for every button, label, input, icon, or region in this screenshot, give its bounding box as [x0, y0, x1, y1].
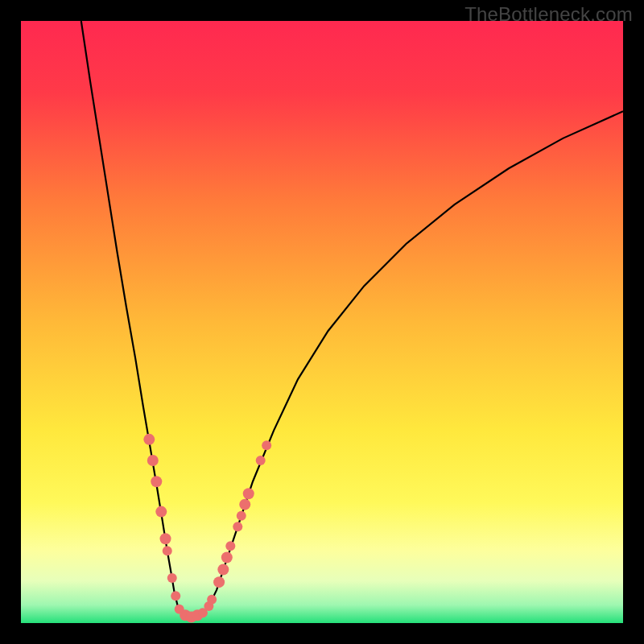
- marker-point: [171, 591, 180, 601]
- marker-point: [243, 488, 254, 499]
- chart-frame: TheBottleneck.com: [0, 0, 644, 644]
- marker-point: [213, 576, 225, 588]
- marker-point: [163, 546, 172, 555]
- marker-point: [262, 440, 271, 450]
- marker-point: [160, 533, 171, 544]
- bottleneck-curve: [81, 21, 623, 617]
- marker-point: [233, 522, 242, 531]
- marker-point: [217, 564, 229, 575]
- marker-point: [225, 541, 235, 551]
- marker-point: [147, 455, 159, 466]
- marker-point: [167, 573, 177, 583]
- marker-point: [155, 506, 167, 518]
- marker-point: [207, 595, 217, 605]
- chart-svg: [21, 21, 623, 623]
- marker-point: [221, 551, 233, 563]
- marker-point: [239, 499, 250, 510]
- marker-point: [151, 476, 162, 487]
- marker-point: [237, 511, 246, 521]
- marker-point: [143, 434, 155, 445]
- markers-group: [143, 434, 271, 623]
- marker-point: [256, 456, 266, 465]
